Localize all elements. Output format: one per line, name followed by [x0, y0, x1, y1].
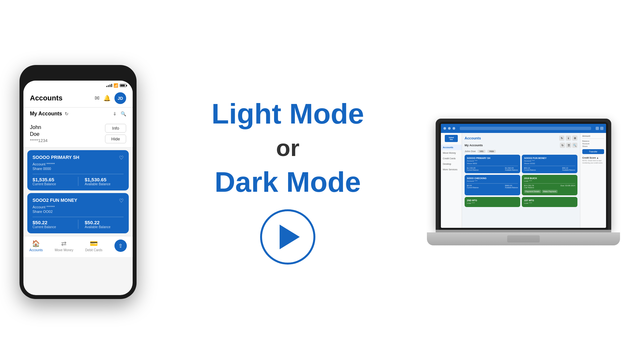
- laptop-card-2nd-mtg[interactable]: 2ND MTG Loan ****: [465, 197, 520, 207]
- nav-up-button[interactable]: ⇧: [114, 240, 127, 252]
- browser-url-bar[interactable]: [460, 127, 591, 130]
- laptop-trackpad[interactable]: [507, 235, 540, 242]
- balance-divider: [78, 177, 78, 186]
- laptop-card4-due: Due: 03-08-2024: [561, 185, 575, 188]
- account-number: *****1234: [30, 138, 47, 143]
- laptop-sidebar-desktop[interactable]: Desktop: [441, 161, 462, 167]
- laptop-card-primary[interactable]: SOOOO PRIMARY SH Account **** Share 0000…: [465, 155, 520, 173]
- laptop-right-panel: Amount Balance Account Share Transfer Cr…: [580, 133, 606, 228]
- card2-title: SOOO2 FUN MONEY: [33, 198, 77, 203]
- laptop-card3-amounts: $0.00Current Balance $900.00Available Ba…: [467, 183, 518, 188]
- accounts-nav-icon: 🏠: [32, 240, 40, 247]
- laptop-card3-available: $900.00Available Balance: [505, 185, 518, 188]
- refresh-icon[interactable]: ↻: [65, 111, 69, 116]
- user-avatar[interactable]: JD: [114, 92, 126, 104]
- dark-mode-title: Dark Mode: [215, 168, 361, 196]
- laptop-card2-title: SOOO2 FUN MONEY: [524, 157, 575, 159]
- laptop-card-fun-money[interactable]: SOOO2 FUN MONEY Account **** Share OO02 …: [522, 155, 577, 173]
- play-button[interactable]: [260, 209, 315, 265]
- phone-notch: [59, 69, 98, 78]
- fun-money-account-card[interactable]: SOOO2 FUN MONEY ♡ Account ****** Share O…: [27, 193, 129, 233]
- laptop-main-title: Accounts: [465, 136, 481, 140]
- laptop-sidebar-more[interactable]: More Services: [441, 167, 462, 172]
- subheader-right: ⇓ 🔍: [113, 111, 126, 116]
- laptop-cards-grid: SOOOO PRIMARY SH Account **** Share 0000…: [465, 155, 577, 207]
- nav-move-money[interactable]: ⇄ Move Money: [55, 240, 73, 252]
- laptop-sub-list-icon[interactable]: ☰: [566, 143, 571, 148]
- primary-account-card[interactable]: SOOOO PRIMARY SH ♡ Account ****** Share …: [27, 150, 129, 190]
- download-icon[interactable]: ⇓: [113, 111, 117, 116]
- laptop-screen-content: UnitedOne Accounts Move Money Credit Car…: [441, 124, 606, 228]
- laptop-card1-current: $1,535.65Current Balance: [467, 167, 479, 171]
- accounts-nav-label: Accounts: [29, 248, 43, 252]
- phone-header-icons: ✉ 🔔 JD: [95, 92, 126, 104]
- laptop-sub-icons: ↻ ☰ 🔍: [560, 143, 577, 148]
- signal-bars-icon: [106, 84, 112, 87]
- email-icon[interactable]: ✉: [95, 95, 99, 102]
- search-icon[interactable]: 🔍: [121, 111, 126, 116]
- laptop-card-checking[interactable]: SOOO CHECKING Account **** $0.00Current …: [465, 175, 520, 195]
- nav-debit-cards[interactable]: 💳 Debit Cards: [85, 240, 102, 252]
- laptop-header-action-icons: ↻ ⇓ ⚙: [559, 136, 577, 141]
- bottom-nav: 🏠 Accounts ⇄ Move Money 💳 Debit Cards ⇧: [23, 236, 133, 257]
- laptop-sidebar: UnitedOne Accounts Move Money Credit Car…: [441, 133, 462, 228]
- laptop-mockup: UnitedOne Accounts Move Money Credit Car…: [432, 119, 614, 245]
- notification-bell-icon[interactable]: 🔔: [103, 95, 111, 102]
- laptop-card1-available: $1,530.65Available Balance: [505, 167, 518, 171]
- right-panel-balance-label: Balance: [582, 140, 604, 142]
- laptop-info-btn[interactable]: Info: [478, 150, 485, 153]
- laptop-card1-title: SOOOO PRIMARY SH: [467, 157, 518, 159]
- nav-accounts[interactable]: 🏠 Accounts: [29, 240, 43, 252]
- card2-favorite-icon[interactable]: ♡: [119, 198, 124, 204]
- browser-dot-3: [453, 127, 455, 130]
- laptop-card6-title: 1ST MTG: [524, 199, 575, 202]
- laptop-body: UnitedOne Accounts Move Money Credit Car…: [441, 133, 606, 228]
- laptop-screen-outer: UnitedOne Accounts Move Money Credit Car…: [436, 119, 611, 230]
- laptop-refresh-icon[interactable]: ↻: [559, 136, 564, 141]
- card2-share-label: Share OO02: [33, 210, 124, 214]
- or-separator: or: [276, 135, 299, 161]
- phone-status-bar: 📶: [23, 81, 133, 89]
- my-accounts-label: My Accounts: [30, 111, 62, 117]
- laptop-payment-details-btn[interactable]: Payment Details: [524, 190, 541, 193]
- laptop-card1-share: Share 0000: [467, 162, 518, 164]
- debit-cards-nav-label: Debit Cards: [85, 248, 102, 252]
- laptop-card2-share: Share OO02: [524, 162, 575, 164]
- laptop-sub-header: My Accounts ↻ ☰ 🔍: [465, 143, 577, 148]
- card2-current-balance: $50.22 Current Balance: [33, 220, 72, 229]
- laptop-card1-sub: Account ****: [467, 160, 518, 162]
- laptop-card4-buttons: Payment Details Make Payment: [524, 190, 575, 193]
- light-mode-title: Light Mode: [211, 99, 364, 128]
- phone-header: Accounts ✉ 🔔 JD: [23, 89, 133, 108]
- account-user-info: John Doe *****1234: [30, 124, 47, 143]
- laptop-sidebar-move-money[interactable]: Move Money: [441, 150, 462, 156]
- laptop-make-payment-btn[interactable]: Make Payment: [542, 190, 558, 193]
- phone-frame: 📶 Accounts ✉ 🔔 JD My Accounts: [20, 65, 137, 299]
- laptop-card-auto[interactable]: 2018 BUICK Loan **** $14,763.78Loan Bala…: [522, 175, 577, 195]
- hide-button[interactable]: Hide: [105, 135, 126, 143]
- laptop-card2-sub: Account ****: [524, 160, 575, 162]
- laptop-hide-btn[interactable]: Hide: [487, 150, 496, 153]
- status-icons: 📶: [106, 83, 126, 88]
- info-button[interactable]: Info: [105, 124, 126, 133]
- laptop-card5-sub: Loan ****: [467, 202, 518, 204]
- laptop-transfer-button[interactable]: Transfer: [582, 149, 604, 154]
- laptop-card4-balance: $14,763.78Loan Balance: [524, 185, 534, 188]
- laptop-sub-refresh-icon[interactable]: ↻: [560, 143, 565, 148]
- account-user-name: John Doe: [30, 124, 47, 138]
- laptop-card4-title: 2018 BUICK: [524, 177, 575, 179]
- laptop-sub-search-icon[interactable]: 🔍: [572, 143, 577, 148]
- card1-current-balance: $1,535.65 Current Balance: [33, 177, 72, 186]
- laptop-card3-sub: Account ****: [467, 180, 518, 182]
- laptop-sidebar-credit-cards[interactable]: Credit Cards: [441, 156, 462, 161]
- laptop-sidebar-accounts[interactable]: Accounts: [441, 145, 462, 150]
- card2-balances: $50.22 Current Balance $50.22 Available …: [33, 217, 124, 229]
- card1-available-balance: $1,530.65 Available Balance: [85, 177, 124, 186]
- card1-favorite-icon[interactable]: ♡: [119, 155, 124, 161]
- laptop-main-header: Accounts ↻ ⇓ ⚙: [465, 136, 577, 141]
- account-item: John Doe *****1234 Info Hide: [23, 120, 133, 148]
- laptop-download-icon[interactable]: ⇓: [566, 136, 571, 141]
- debit-cards-nav-icon: 💳: [90, 240, 98, 247]
- laptop-settings-icon[interactable]: ⚙: [572, 136, 577, 141]
- laptop-card-1st-mtg[interactable]: 1ST MTG Loan ****: [522, 197, 577, 207]
